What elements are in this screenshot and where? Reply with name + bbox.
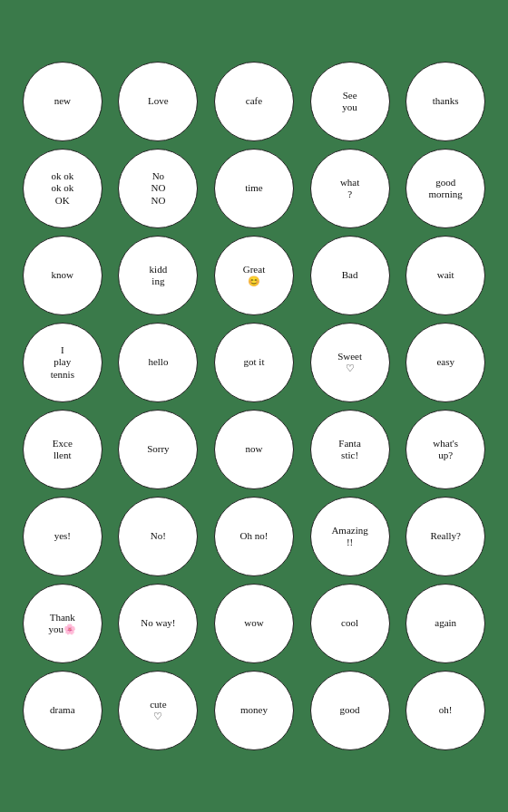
speech-bubble: See you <box>310 62 390 141</box>
bubble-cell-3[interactable]: cafe <box>210 62 298 141</box>
bubble-cell-9[interactable]: what ? <box>306 149 395 228</box>
bubble-cell-11[interactable]: know <box>18 236 107 315</box>
bubble-cell-6[interactable]: ok ok ok ok OK <box>18 149 107 228</box>
bubble-cell-33[interactable]: wow <box>210 584 298 663</box>
bubble-text: I play tennis <box>47 341 78 384</box>
speech-bubble: what's up? <box>405 410 485 489</box>
bubble-cell-30[interactable]: Really? <box>401 497 490 576</box>
speech-bubble: No NO NO <box>118 149 198 228</box>
speech-bubble: good <box>310 671 390 750</box>
speech-bubble: cool <box>310 584 390 663</box>
bubble-text: now <box>242 440 267 459</box>
bubble-cell-17[interactable]: hello <box>114 323 203 402</box>
bubble-cell-36[interactable]: drama <box>18 671 107 750</box>
speech-bubble: oh! <box>405 671 485 750</box>
bubble-text: oh! <box>435 701 456 720</box>
speech-bubble: I play tennis <box>23 323 103 402</box>
speech-bubble: No way! <box>118 584 198 663</box>
bubble-text: easy <box>433 353 458 372</box>
bubble-cell-5[interactable]: thanks <box>401 62 490 141</box>
bubble-text: cute ♡ <box>146 695 170 726</box>
bubble-cell-2[interactable]: Love <box>114 62 203 141</box>
bubble-text: wait <box>434 266 458 285</box>
speech-bubble: easy <box>405 323 485 402</box>
bubble-text: Amazing !! <box>327 521 371 552</box>
speech-bubble: cafe <box>214 62 294 141</box>
speech-bubble: thanks <box>405 62 485 141</box>
bubble-cell-20[interactable]: easy <box>401 323 490 402</box>
bubble-text: hello <box>144 353 171 372</box>
bubble-text: thanks <box>429 92 463 111</box>
bubble-text: Sorry <box>143 440 172 459</box>
speech-bubble: again <box>405 584 485 663</box>
speech-bubble: hello <box>118 323 198 402</box>
bubble-cell-23[interactable]: now <box>210 410 298 489</box>
bubble-cell-34[interactable]: cool <box>306 584 395 663</box>
bubble-text: Fanta stic! <box>335 434 364 465</box>
speech-bubble: Fanta stic! <box>310 410 390 489</box>
bubble-cell-21[interactable]: Exce llent <box>18 410 107 489</box>
bubble-cell-29[interactable]: Amazing !! <box>306 497 395 576</box>
bubble-cell-26[interactable]: yes! <box>18 497 107 576</box>
speech-bubble: Great 😊 <box>214 236 294 315</box>
bubble-cell-39[interactable]: good <box>306 671 395 750</box>
bubble-text: Sweet ♡ <box>334 347 366 378</box>
bubble-text: No way! <box>137 614 179 633</box>
speech-bubble: cute ♡ <box>118 671 198 750</box>
bubble-cell-22[interactable]: Sorry <box>114 410 203 489</box>
bubble-text: wow <box>240 614 267 633</box>
bubble-cell-18[interactable]: got it <box>210 323 298 402</box>
speech-bubble: wow <box>214 584 294 663</box>
speech-bubble: ok ok ok ok OK <box>23 149 103 228</box>
bubble-text: See you <box>338 86 361 117</box>
bubble-text: Thank you🌸 <box>45 608 81 639</box>
bubble-text: cool <box>337 614 362 633</box>
bubble-cell-12[interactable]: kidd ing <box>114 236 203 315</box>
speech-bubble: Bad <box>310 236 390 315</box>
bubble-cell-28[interactable]: Oh no! <box>210 497 298 576</box>
bubble-cell-16[interactable]: I play tennis <box>18 323 107 402</box>
bubble-cell-7[interactable]: No NO NO <box>114 149 203 228</box>
speech-bubble: Amazing !! <box>310 497 390 576</box>
bubble-cell-25[interactable]: what's up? <box>401 410 490 489</box>
speech-bubble: time <box>214 149 294 228</box>
speech-bubble: good morning <box>405 149 485 228</box>
bubble-text: kidd ing <box>146 260 171 291</box>
bubble-text: what's up? <box>429 434 462 465</box>
bubble-cell-38[interactable]: money <box>210 671 298 750</box>
bubble-cell-27[interactable]: No! <box>114 497 203 576</box>
bubble-cell-32[interactable]: No way! <box>114 584 203 663</box>
bubble-cell-13[interactable]: Great 😊 <box>210 236 298 315</box>
speech-bubble: know <box>23 236 103 315</box>
bubble-cell-24[interactable]: Fanta stic! <box>306 410 395 489</box>
speech-bubble: Exce llent <box>23 410 103 489</box>
bubble-cell-14[interactable]: Bad <box>306 236 395 315</box>
bubble-cell-10[interactable]: good morning <box>401 149 490 228</box>
bubble-text: Oh no! <box>237 527 272 546</box>
speech-bubble: money <box>214 671 294 750</box>
bubble-cell-4[interactable]: See you <box>306 62 395 141</box>
bubble-cell-40[interactable]: oh! <box>401 671 490 750</box>
speech-bubble: drama <box>23 671 103 750</box>
bubble-text: what ? <box>337 173 363 204</box>
bubble-cell-8[interactable]: time <box>210 149 298 228</box>
bubble-text: good morning <box>425 173 466 204</box>
bubble-cell-19[interactable]: Sweet ♡ <box>306 323 395 402</box>
bubble-text: Love <box>144 92 172 111</box>
speech-bubble: Sorry <box>118 410 198 489</box>
bubble-text: Bad <box>338 266 362 285</box>
bubble-cell-37[interactable]: cute ♡ <box>114 671 203 750</box>
bubble-cell-35[interactable]: again <box>401 584 490 663</box>
bubble-cell-1[interactable]: new <box>18 62 107 141</box>
bubble-cell-31[interactable]: Thank you🌸 <box>18 584 107 663</box>
bubble-text: got it <box>240 353 269 372</box>
bubble-text: again <box>431 614 460 633</box>
speech-bubble: Thank you🌸 <box>23 584 103 663</box>
bubble-text: drama <box>46 701 78 720</box>
bubble-cell-15[interactable]: wait <box>401 236 490 315</box>
bubble-text: cafe <box>242 92 266 111</box>
speech-bubble: Love <box>118 62 198 141</box>
bubble-text: money <box>237 701 271 720</box>
speech-bubble: new <box>23 62 103 141</box>
bubble-text: Really? <box>426 527 464 546</box>
